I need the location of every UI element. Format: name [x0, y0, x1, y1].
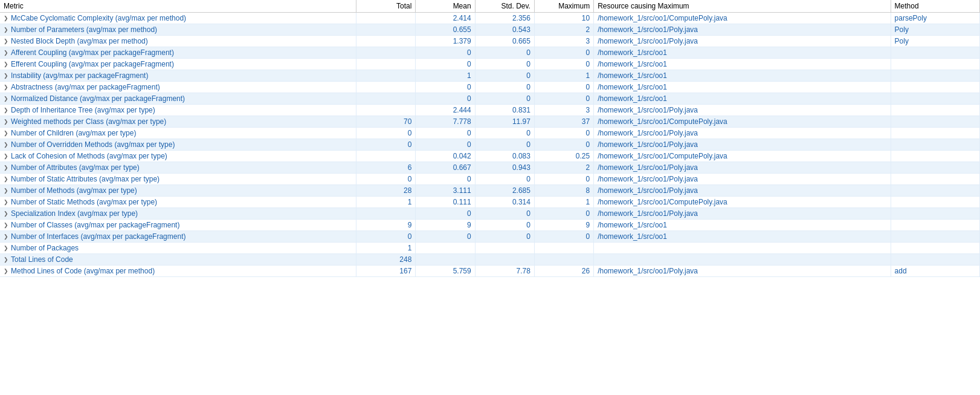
- resource-link[interactable]: /homework_1/src/oo1/ComputePoly.java: [598, 117, 727, 126]
- metric-cell[interactable]: ❯Number of Attributes (avg/max per type): [0, 162, 356, 174]
- resource-link[interactable]: /homework_1/src/oo1/ComputePoly.java: [598, 14, 727, 22]
- metric-cell[interactable]: ❯Number of Methods (avg/max per type): [0, 185, 356, 197]
- expand-icon[interactable]: ❯: [4, 130, 8, 136]
- resource-cell[interactable]: /homework_1/src/oo1: [594, 70, 891, 82]
- expand-icon[interactable]: ❯: [4, 38, 8, 44]
- resource-link[interactable]: /homework_1/src/oo1: [598, 83, 667, 91]
- resource-cell[interactable]: /homework_1/src/oo1/Poly.java: [594, 185, 891, 197]
- resource-cell[interactable]: /homework_1/src/oo1/Poly.java: [594, 105, 891, 116]
- metric-link[interactable]: Method Lines of Code (avg/max per method…: [11, 267, 155, 275]
- metric-link[interactable]: Number of Static Attributes (avg/max per…: [11, 175, 160, 183]
- metric-link[interactable]: Number of Attributes (avg/max per type): [11, 163, 140, 172]
- resource-link[interactable]: /homework_1/src/oo1/Poly.java: [598, 186, 698, 195]
- metric-link[interactable]: Number of Packages: [11, 244, 79, 252]
- metric-link[interactable]: Number of Interfaces (avg/max per packag…: [11, 232, 185, 241]
- metric-link[interactable]: Efferent Coupling (avg/max per packageFr…: [11, 60, 174, 68]
- metric-link[interactable]: Normalized Distance (avg/max per package…: [11, 94, 185, 103]
- resource-cell[interactable]: /homework_1/src/oo1/Poly.java: [594, 139, 891, 151]
- expand-icon[interactable]: ❯: [4, 233, 8, 240]
- method-link[interactable]: add: [895, 267, 907, 275]
- metric-link[interactable]: Abstractness (avg/max per packageFragmen…: [11, 83, 160, 91]
- resource-link[interactable]: /homework_1/src/oo1/Poly.java: [598, 106, 698, 114]
- method-cell[interactable]: parsePoly: [891, 13, 979, 24]
- metric-cell[interactable]: ❯Lack of Cohesion of Methods (avg/max pe…: [0, 151, 356, 162]
- expand-icon[interactable]: ❯: [4, 222, 8, 228]
- expand-icon[interactable]: ❯: [4, 211, 8, 217]
- expand-icon[interactable]: ❯: [4, 153, 8, 159]
- method-link[interactable]: Poly: [895, 25, 909, 34]
- resource-cell[interactable]: /homework_1/src/oo1/Poly.java: [594, 36, 891, 47]
- expand-icon[interactable]: ❯: [4, 268, 8, 274]
- metric-cell[interactable]: ❯Nested Block Depth (avg/max per method): [0, 36, 356, 47]
- metric-link[interactable]: McCabe Cyclomatic Complexity (avg/max pe…: [11, 14, 186, 22]
- metric-cell[interactable]: ❯Method Lines of Code (avg/max per metho…: [0, 266, 356, 277]
- metric-cell[interactable]: ❯McCabe Cyclomatic Complexity (avg/max p…: [0, 13, 356, 24]
- resource-cell[interactable]: /homework_1/src/oo1/Poly.java: [594, 162, 891, 174]
- expand-icon[interactable]: ❯: [4, 176, 8, 182]
- resource-cell[interactable]: /homework_1/src/oo1/ComputePoly.java: [594, 13, 891, 24]
- resource-cell[interactable]: /homework_1/src/oo1/Poly.java: [594, 128, 891, 139]
- resource-link[interactable]: /homework_1/src/oo1: [598, 94, 667, 103]
- metric-link[interactable]: Lack of Cohesion of Methods (avg/max per…: [11, 152, 167, 160]
- resource-link[interactable]: /homework_1/src/oo1/Poly.java: [598, 209, 698, 218]
- expand-icon[interactable]: ❯: [4, 188, 8, 194]
- metric-cell[interactable]: ❯Depth of Inheritance Tree (avg/max per …: [0, 105, 356, 116]
- metric-link[interactable]: Number of Children (avg/max per type): [11, 129, 136, 137]
- resource-cell[interactable]: /homework_1/src/oo1/Poly.java: [594, 174, 891, 185]
- expand-icon[interactable]: ❯: [4, 50, 8, 56]
- resource-link[interactable]: /homework_1/src/oo1/Poly.java: [598, 25, 698, 34]
- resource-cell[interactable]: /homework_1/src/oo1: [594, 59, 891, 70]
- metric-link[interactable]: Afferent Coupling (avg/max per packageFr…: [11, 48, 174, 57]
- metric-link[interactable]: Instability (avg/max per packageFragment…: [11, 71, 148, 80]
- expand-icon[interactable]: ❯: [4, 107, 8, 113]
- metric-cell[interactable]: ❯Efferent Coupling (avg/max per packageF…: [0, 59, 356, 70]
- metric-cell[interactable]: ❯Number of Static Attributes (avg/max pe…: [0, 174, 356, 185]
- method-link[interactable]: parsePoly: [895, 14, 927, 22]
- metric-link[interactable]: Depth of Inheritance Tree (avg/max per t…: [11, 106, 155, 114]
- expand-icon[interactable]: ❯: [4, 119, 8, 125]
- resource-cell[interactable]: /homework_1/src/oo1/Poly.java: [594, 24, 891, 36]
- metric-cell[interactable]: ❯Number of Overridden Methods (avg/max p…: [0, 139, 356, 151]
- method-link[interactable]: Poly: [895, 37, 909, 45]
- resource-cell[interactable]: /homework_1/src/oo1/Poly.java: [594, 208, 891, 220]
- expand-icon[interactable]: ❯: [4, 245, 8, 251]
- metric-link[interactable]: Number of Static Methods (avg/max per ty…: [11, 198, 157, 206]
- resource-link[interactable]: /homework_1/src/oo1/ComputePoly.java: [598, 152, 727, 160]
- resource-link[interactable]: /homework_1/src/oo1: [598, 60, 667, 68]
- expand-icon[interactable]: ❯: [4, 142, 8, 148]
- metric-cell[interactable]: ❯Number of Packages: [0, 243, 356, 254]
- resource-cell[interactable]: /homework_1/src/oo1/ComputePoly.java: [594, 197, 891, 208]
- expand-icon[interactable]: ❯: [4, 73, 8, 79]
- metric-link[interactable]: Number of Classes (avg/max per packageFr…: [11, 221, 179, 229]
- resource-cell[interactable]: /homework_1/src/oo1: [594, 231, 891, 243]
- resource-link[interactable]: /homework_1/src/oo1/Poly.java: [598, 129, 698, 137]
- metric-cell[interactable]: ❯Number of Children (avg/max per type): [0, 128, 356, 139]
- expand-icon[interactable]: ❯: [4, 15, 8, 21]
- resource-link[interactable]: /homework_1/src/oo1: [598, 71, 667, 80]
- resource-link[interactable]: /homework_1/src/oo1/Poly.java: [598, 267, 698, 275]
- resource-cell[interactable]: /homework_1/src/oo1/Poly.java: [594, 266, 891, 277]
- resource-link[interactable]: /homework_1/src/oo1: [598, 232, 667, 241]
- expand-icon[interactable]: ❯: [4, 27, 8, 33]
- method-cell[interactable]: Poly: [891, 36, 979, 47]
- expand-icon[interactable]: ❯: [4, 96, 8, 102]
- metric-cell[interactable]: ❯Abstractness (avg/max per packageFragme…: [0, 82, 356, 93]
- resource-link[interactable]: /homework_1/src/oo1: [598, 221, 667, 229]
- expand-icon[interactable]: ❯: [4, 256, 8, 263]
- resource-cell[interactable]: /homework_1/src/oo1/ComputePoly.java: [594, 116, 891, 128]
- resource-cell[interactable]: /homework_1/src/oo1: [594, 220, 891, 231]
- resource-link[interactable]: /homework_1/src/oo1: [598, 48, 667, 57]
- metric-cell[interactable]: ❯Normalized Distance (avg/max per packag…: [0, 93, 356, 105]
- metric-link[interactable]: Number of Parameters (avg/max per method…: [11, 25, 157, 34]
- metric-cell[interactable]: ❯Number of Classes (avg/max per packageF…: [0, 220, 356, 231]
- expand-icon[interactable]: ❯: [4, 165, 8, 171]
- expand-icon[interactable]: ❯: [4, 61, 8, 67]
- metric-cell[interactable]: ❯Weighted methods per Class (avg/max per…: [0, 116, 356, 128]
- resource-cell[interactable]: /homework_1/src/oo1: [594, 93, 891, 105]
- resource-link[interactable]: /homework_1/src/oo1/ComputePoly.java: [598, 198, 727, 206]
- resource-link[interactable]: /homework_1/src/oo1/Poly.java: [598, 37, 698, 45]
- metric-link[interactable]: Specialization Index (avg/max per type): [11, 209, 138, 218]
- method-cell[interactable]: Poly: [891, 24, 979, 36]
- expand-icon[interactable]: ❯: [4, 84, 8, 90]
- metric-cell[interactable]: ❯Number of Parameters (avg/max per metho…: [0, 24, 356, 36]
